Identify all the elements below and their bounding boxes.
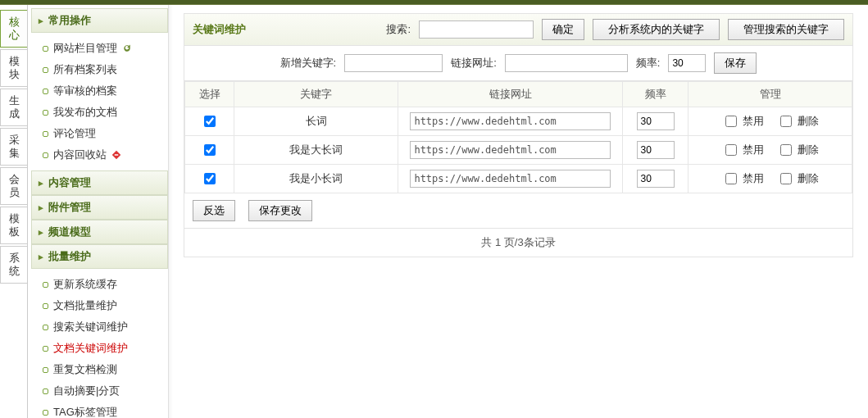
bullet-icon (43, 67, 48, 73)
bottom-actions: 反选 保存更改 (184, 193, 852, 228)
save-button[interactable]: 保存 (714, 52, 757, 74)
section-head-4[interactable]: ▸批量维护 (31, 244, 168, 269)
disable-checkbox[interactable] (725, 116, 737, 127)
table-row: 我是大长词禁用删除 (185, 136, 852, 165)
menu-4: 更新系统缓存文档批量维护搜索关键词维护文档关键词维护重复文档检测自动摘要|分页T… (31, 269, 168, 418)
section-head-2[interactable]: ▸附件管理 (31, 195, 168, 220)
delete-option[interactable]: 删除 (777, 170, 819, 187)
chevron-right-icon: ▸ (39, 227, 43, 238)
menu-item-label: 更新系统缓存 (53, 277, 117, 292)
menu-item-label: 自动摘要|分页 (53, 384, 120, 398)
section-head-3[interactable]: ▸频道模型 (31, 220, 168, 244)
col-select: 选择 (185, 82, 234, 107)
delete-label: 删除 (798, 171, 819, 186)
leftnav-item-0[interactable]: 核心 (0, 10, 27, 48)
bullet-icon (43, 388, 48, 394)
row-link-input[interactable] (410, 141, 610, 159)
chevron-right-icon: ▸ (39, 16, 43, 26)
menu-item-4-6[interactable]: TAG标签管理 (39, 402, 168, 418)
bullet-icon (43, 346, 48, 352)
row-select-checkbox[interactable] (204, 173, 216, 184)
menu-item-0-3[interactable]: 我发布的文档 (39, 102, 168, 123)
delete-checkbox[interactable] (780, 144, 792, 156)
menu-item-4-3[interactable]: 文档关键词维护 (39, 338, 168, 359)
leftnav-item-4[interactable]: 会员 (0, 167, 27, 205)
row-select-checkbox[interactable] (204, 116, 216, 127)
disable-option[interactable]: 禁用 (722, 170, 764, 187)
menu-item-0-5[interactable]: 内容回收站 (39, 144, 168, 166)
menu-item-label: TAG标签管理 (53, 405, 117, 418)
leftnav-item-6[interactable]: 系统 (0, 246, 27, 284)
menu-item-4-5[interactable]: 自动摘要|分页 (39, 380, 168, 402)
row-keyword: 我是大长词 (289, 143, 343, 156)
save-changes-button[interactable]: 保存更改 (248, 200, 312, 221)
analyze-button[interactable]: 分析系统内的关键字 (593, 19, 720, 40)
menu-item-0-1[interactable]: 所有档案列表 (39, 59, 168, 80)
menu-item-label: 重复文档检测 (53, 362, 117, 377)
left-rail: 核心模块生成采集会员模板系统 (0, 5, 28, 418)
menu-item-label: 网站栏目管理 (53, 41, 117, 56)
disable-option[interactable]: 禁用 (722, 142, 764, 158)
chevron-right-icon: ▸ (39, 252, 43, 262)
menu-item-label: 文档批量维护 (53, 298, 117, 313)
menu-item-4-0[interactable]: 更新系统缓存 (39, 274, 168, 295)
search-input[interactable] (419, 20, 534, 39)
col-keyword: 关键字 (234, 82, 398, 107)
menu-item-0-0[interactable]: 网站栏目管理 (39, 38, 168, 59)
menu-item-0-2[interactable]: 等审核的档案 (39, 80, 168, 102)
row-freq-input[interactable] (637, 170, 675, 188)
menu-item-label: 内容回收站 (53, 148, 107, 162)
leftnav-item-1[interactable]: 模块 (0, 49, 27, 87)
bullet-icon (43, 367, 48, 373)
bullet-icon (43, 325, 48, 330)
delete-label: 删除 (798, 114, 819, 129)
section-title: 内容管理 (48, 175, 91, 190)
bullet-icon (43, 282, 48, 288)
bullet-icon (43, 131, 48, 137)
delete-option[interactable]: 删除 (777, 113, 819, 129)
leftnav-item-5[interactable]: 模板 (0, 207, 27, 244)
pager: 共 1 页/3条记录 (184, 228, 852, 257)
new-link-input[interactable] (505, 54, 628, 72)
menu-item-label: 评论管理 (53, 126, 96, 141)
bullet-icon (43, 89, 48, 94)
menu-item-label: 所有档案列表 (53, 62, 117, 77)
row-link-input[interactable] (410, 112, 610, 130)
invert-button[interactable]: 反选 (193, 200, 235, 221)
menu-item-0-4[interactable]: 评论管理 (39, 123, 168, 144)
section-title: 频道模型 (48, 225, 91, 239)
menu-item-4-2[interactable]: 搜索关键词维护 (39, 316, 168, 338)
panel-title: 关键词维护 (193, 22, 246, 37)
link-label: 链接网址: (451, 56, 497, 70)
menu-item-4-4[interactable]: 重复文档检测 (39, 359, 168, 380)
row-link-input[interactable] (410, 170, 610, 188)
refresh-icon (122, 43, 132, 53)
disable-option[interactable]: 禁用 (722, 113, 764, 129)
search-label: 搜索: (386, 22, 411, 37)
leftnav-item-3[interactable]: 采集 (0, 128, 27, 166)
disable-label: 禁用 (743, 114, 764, 129)
new-keyword-input[interactable] (344, 54, 443, 72)
new-freq-input[interactable] (668, 54, 706, 72)
new-keyword-label: 新增关键字: (280, 56, 337, 70)
chevron-right-icon: ▸ (39, 202, 43, 213)
manage-search-button[interactable]: 管理搜索的关键字 (728, 19, 844, 40)
section-head-1[interactable]: ▸内容管理 (31, 170, 168, 195)
row-freq-input[interactable] (637, 112, 675, 130)
disable-label: 禁用 (743, 171, 764, 186)
row-select-checkbox[interactable] (204, 144, 216, 156)
table-row: 长词禁用删除 (185, 107, 852, 136)
delete-checkbox[interactable] (780, 116, 792, 127)
section-head-0[interactable]: ▸常用操作 (31, 8, 168, 33)
disable-checkbox[interactable] (725, 144, 737, 156)
row-freq-input[interactable] (637, 141, 675, 159)
delete-option[interactable]: 删除 (777, 142, 819, 158)
bullet-icon (43, 303, 48, 309)
delete-checkbox[interactable] (780, 173, 792, 184)
menu-item-4-1[interactable]: 文档批量维护 (39, 295, 168, 316)
add-row: 新增关键字: 链接网址: 频率: 保存 (184, 46, 852, 81)
leftnav-item-2[interactable]: 生成 (0, 89, 27, 126)
disable-checkbox[interactable] (725, 173, 737, 184)
confirm-button[interactable]: 确定 (542, 19, 584, 40)
keywords-table: 选择 关键字 链接网址 频率 管理 长词禁用删除我是大长词禁用删除我是小长词禁用… (184, 81, 852, 193)
